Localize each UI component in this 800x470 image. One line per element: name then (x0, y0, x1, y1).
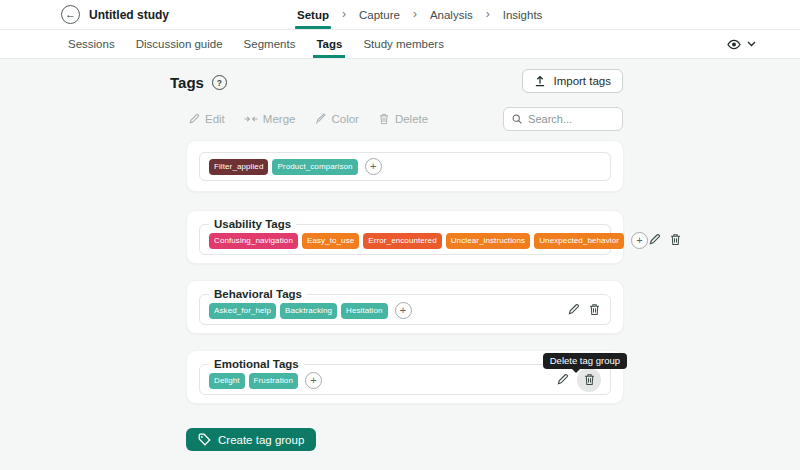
tag-pills: Delight Frustration + (209, 372, 322, 389)
create-tag-group-label: Create tag group (218, 434, 304, 446)
edit-label: Edit (205, 113, 225, 125)
tag-group-title: Usability Tags (209, 217, 296, 232)
chevron-right-icon: › (486, 7, 490, 21)
breadcrumb-step-setup[interactable]: Setup (297, 0, 329, 29)
pencil-icon (567, 303, 580, 316)
help-icon[interactable]: ? (212, 75, 227, 90)
tag-pill[interactable]: Asked_for_help (209, 303, 276, 319)
color-label: Color (331, 113, 358, 125)
tag-pills: Filter_applied Product_comparison + (209, 158, 382, 175)
group-actions (567, 303, 601, 316)
edit-group-button[interactable] (567, 303, 580, 316)
delete-tooltip: Delete tag group (543, 353, 627, 369)
add-tag-button[interactable]: + (305, 372, 322, 389)
page-title-row: Tags ? (170, 74, 227, 91)
create-tag-group-button[interactable]: Create tag group (186, 428, 316, 451)
import-tags-button[interactable]: Import tags (522, 69, 623, 93)
tab-discussion-guide[interactable]: Discussion guide (136, 30, 223, 58)
plus-icon: + (310, 375, 316, 386)
pencil-icon (556, 373, 569, 386)
trash-icon (669, 233, 682, 246)
top-header: ← Untitled study Setup › Capture › Analy… (0, 0, 800, 30)
tag-pill[interactable]: Confusing_navigation (209, 233, 298, 249)
search-icon (512, 113, 522, 125)
add-tag-button[interactable]: + (395, 302, 412, 319)
back-button[interactable]: ← (61, 5, 80, 24)
tag-group-card-untitled: Filter_applied Product_comparison + (186, 140, 624, 192)
chevron-down-icon (747, 41, 756, 47)
breadcrumb-step-insights[interactable]: Insights (503, 0, 543, 29)
trash-icon (588, 303, 601, 316)
merge-action[interactable]: Merge (244, 113, 296, 125)
merge-label: Merge (263, 113, 296, 125)
study-title: Untitled study (89, 8, 169, 22)
tag-group-card-usability: Usability Tags Confusing_navigation Easy… (186, 210, 624, 264)
tag-pills: Asked_for_help Backtracking Hesitation + (209, 302, 412, 319)
tag-group-box: Usability Tags Confusing_navigation Easy… (199, 224, 611, 255)
tag-pill[interactable]: Frustration (249, 373, 298, 389)
plus-icon: + (400, 305, 406, 316)
delete-group-button[interactable] (669, 233, 682, 246)
tag-pill[interactable]: Unclear_instructions (446, 233, 530, 249)
plus-icon: + (636, 235, 642, 246)
tags-toolbar: Edit Merge Color Delete (188, 106, 623, 131)
tag-pill[interactable]: Delight (209, 373, 245, 389)
delete-group-button[interactable] (588, 303, 601, 316)
pencil-icon (188, 113, 200, 125)
tag-pill[interactable]: Product_comparison (272, 159, 357, 175)
plus-icon: + (370, 161, 376, 172)
tag-group-box: Behavioral Tags Asked_for_help Backtrack… (199, 294, 611, 325)
edit-group-button[interactable] (648, 233, 661, 246)
delete-group-button-hovered[interactable] (577, 368, 601, 392)
breadcrumb-step-capture[interactable]: Capture (359, 0, 400, 29)
study-tabs: Sessions Discussion guide Segments Tags … (0, 30, 800, 59)
tab-sessions[interactable]: Sessions (68, 30, 115, 58)
pencil-icon (648, 233, 661, 246)
tab-study-members[interactable]: Study members (363, 30, 444, 58)
tag-icon (198, 433, 211, 446)
back-arrow-icon: ← (65, 9, 76, 20)
tag-group-box: Filter_applied Product_comparison + (199, 152, 611, 181)
page-title: Tags (170, 74, 204, 91)
tag-group-title: Behavioral Tags (209, 287, 307, 302)
brush-icon (314, 113, 326, 125)
tag-pills: Confusing_navigation Easy_to_use Error_e… (209, 232, 648, 249)
tab-segments[interactable]: Segments (244, 30, 296, 58)
delete-label: Delete (395, 113, 428, 125)
breadcrumb-step-analysis[interactable]: Analysis (430, 0, 473, 29)
tag-group-title: Emotional Tags (209, 357, 304, 372)
delete-action[interactable]: Delete (378, 113, 428, 125)
tag-pill[interactable]: Hesitation (341, 303, 388, 319)
import-tags-label: Import tags (553, 75, 611, 87)
trash-icon (583, 373, 596, 386)
tab-tags[interactable]: Tags (316, 30, 342, 58)
color-action[interactable]: Color (314, 113, 358, 125)
tag-pill[interactable]: Error_encountered (363, 233, 441, 249)
observer-view-toggle[interactable] (727, 39, 756, 50)
group-actions (648, 233, 682, 246)
tag-pill[interactable]: Backtracking (280, 303, 337, 319)
tag-pill[interactable]: Easy_to_use (302, 233, 359, 249)
tag-group-card-emotional: Delete tag group Emotional Tags Delight … (186, 350, 624, 404)
tag-pill[interactable]: Filter_applied (209, 159, 268, 175)
search-box[interactable] (503, 107, 623, 131)
tag-pill[interactable]: Unexpected_behavior (534, 233, 624, 249)
edit-group-button[interactable] (556, 373, 569, 386)
merge-icon (244, 113, 258, 125)
search-input[interactable] (528, 113, 614, 125)
upload-icon (534, 75, 546, 87)
chevron-right-icon: › (413, 7, 417, 21)
trash-icon (378, 113, 390, 125)
chevron-right-icon: › (342, 7, 346, 21)
eye-icon (727, 39, 741, 50)
edit-action[interactable]: Edit (188, 113, 225, 125)
add-tag-button[interactable]: + (631, 232, 648, 249)
tag-group-card-behavioral: Behavioral Tags Asked_for_help Backtrack… (186, 280, 624, 334)
add-tag-button[interactable]: + (365, 158, 382, 175)
breadcrumb: Setup › Capture › Analysis › Insights (297, 0, 542, 29)
